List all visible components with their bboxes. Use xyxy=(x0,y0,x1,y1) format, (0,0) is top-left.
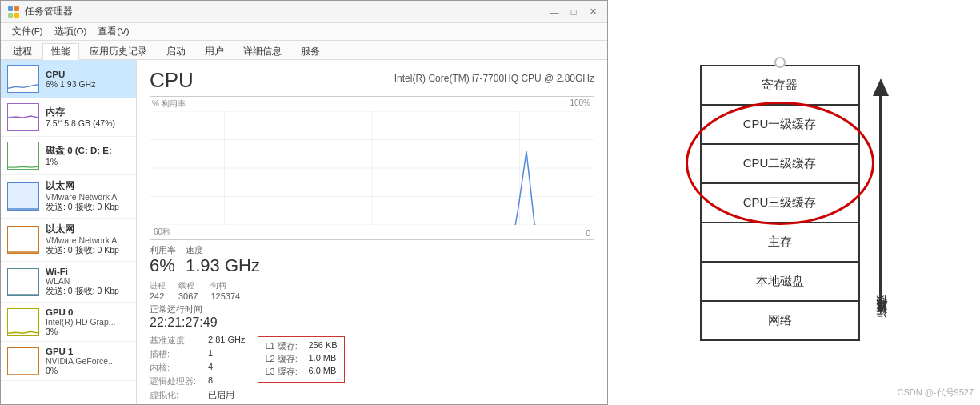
wifi-label: Wi-Fi xyxy=(46,267,130,276)
hierarchy-wrapper: 寄存器 CPU一级缓存 CPU二级缓存 CPU三级缓存 主存 本地磁盘 xyxy=(700,65,860,341)
virt-row: 虚拟化: 已启用 xyxy=(150,389,245,401)
hier-l2: CPU二级缓存 xyxy=(702,145,858,184)
proc-item: 进程 242 xyxy=(150,280,166,301)
panel-header: CPU Intel(R) Core(TM) i7-7700HQ CPU @ 2.… xyxy=(150,68,594,93)
disk-label: 磁盘 0 (C: D: E: xyxy=(46,145,130,157)
memory-stat: 7.5/15.8 GB (47%) xyxy=(46,118,130,128)
title-bar-left: 任务管理器 xyxy=(7,5,73,18)
memory-info: 内存 7.5/15.8 GB (47%) xyxy=(46,106,130,128)
speed-label: 运行速度越来越快 xyxy=(874,314,888,327)
disk-stat: 1% xyxy=(46,157,130,166)
chart-svg xyxy=(150,111,594,225)
svg-rect-0 xyxy=(8,6,13,11)
panel-chip: Intel(R) Core(TM) i7-7700HQ CPU @ 2.80GH… xyxy=(394,73,594,84)
stats-row: 利用率 6% 速度 1.93 GHz xyxy=(150,245,594,275)
right-panel: 寄存器 CPU一级缓存 CPU二级缓存 CPU三级缓存 主存 本地磁盘 xyxy=(608,0,980,405)
sidebar-item-memory[interactable]: 内存 7.5/15.8 GB (47%) xyxy=(1,98,136,137)
lp-val: 8 xyxy=(208,375,213,387)
hier-main-mem: 主存 xyxy=(702,223,858,263)
l1-row: L1 缓存: 256 KB xyxy=(265,340,337,352)
svg-rect-3 xyxy=(14,13,19,18)
arrow-head-up xyxy=(873,78,889,96)
memory-label: 内存 xyxy=(46,106,130,118)
menu-bar: 文件(F) 选项(O) 查看(V) xyxy=(1,23,607,41)
thread-item: 线程 3067 xyxy=(178,280,198,301)
svg-rect-2 xyxy=(8,13,13,18)
sidebar-item-disk[interactable]: 磁盘 0 (C: D: E: 1% xyxy=(1,137,136,175)
socket-key: 插槽: xyxy=(150,348,202,360)
sidebar-item-gpu0[interactable]: GPU 0 Intel(R) HD Grap... 3% xyxy=(1,303,136,342)
handle-value: 125374 xyxy=(210,291,240,301)
virt-val: 已启用 xyxy=(208,389,234,401)
close-button[interactable]: ✕ xyxy=(585,6,601,18)
menu-options[interactable]: 选项(O) xyxy=(50,25,92,38)
app-icon xyxy=(7,6,20,18)
thread-value: 3067 xyxy=(178,291,198,301)
svg-rect-1 xyxy=(14,6,19,11)
sidebar-item-gpu1[interactable]: GPU 1 NVIDIA GeForce... 0% xyxy=(1,342,136,381)
memory-thumb xyxy=(7,103,39,131)
proc-value: 242 xyxy=(150,291,166,301)
hierarchy-boxes: 寄存器 CPU一级缓存 CPU二级缓存 CPU三级缓存 主存 本地磁盘 xyxy=(700,65,860,341)
maximize-button[interactable]: □ xyxy=(566,6,582,18)
l2-val: 1.0 MB xyxy=(308,353,336,365)
tab-performance[interactable]: 性能 xyxy=(42,43,79,60)
thread-label: 线程 xyxy=(178,280,198,291)
runtime-value: 22:21:27:49 xyxy=(150,315,218,329)
cpu-label: CPU xyxy=(46,70,130,79)
core-val: 4 xyxy=(208,362,213,374)
runtime-row: 正常运行时间 22:21:27:49 xyxy=(150,304,594,330)
sidebar-item-eth1[interactable]: 以太网 VMware Network A 发送: 0 接收: 0 Kbp xyxy=(1,175,136,219)
info-col: 基准速度: 2.81 GHz 插槽: 1 内核: 4 逻辑处理器: xyxy=(150,335,245,403)
sidebar-item-eth2[interactable]: 以太网 VMware Network A 发送: 0 接收: 0 Kbp xyxy=(1,219,136,262)
hier-l3: CPU三级缓存 xyxy=(702,184,858,223)
l3-val: 6.0 MB xyxy=(308,366,336,378)
wifi-sub: WLAN xyxy=(46,276,130,286)
speed-block: 速度 1.93 GHz xyxy=(186,245,260,275)
disk-info: 磁盘 0 (C: D: E: 1% xyxy=(46,145,130,166)
speed-value: 1.93 GHz xyxy=(186,256,260,275)
window-title: 任务管理器 xyxy=(25,5,73,18)
tab-services[interactable]: 服务 xyxy=(292,43,329,59)
minimize-button[interactable]: — xyxy=(546,6,562,18)
core-key: 内核: xyxy=(150,362,202,374)
l3-row: L3 缓存: 6.0 MB xyxy=(265,366,337,378)
l2-row: L2 缓存: 1.0 MB xyxy=(265,353,337,365)
eth2-label: 以太网 xyxy=(46,223,130,235)
info-cache-row: 基准速度: 2.81 GHz 插槽: 1 内核: 4 逻辑处理器: xyxy=(150,335,594,403)
disk-thumb xyxy=(7,142,39,170)
tab-details[interactable]: 详细信息 xyxy=(234,43,290,59)
wifi-thumb xyxy=(7,268,39,296)
title-bar-controls: — □ ✕ xyxy=(546,6,601,18)
gpu1-info: GPU 1 NVIDIA GeForce... 0% xyxy=(46,347,130,375)
socket-row: 插槽: 1 xyxy=(150,348,245,360)
hier-l1: CPU一级缓存 xyxy=(702,106,858,145)
runtime-label: 正常运行时间 xyxy=(150,304,202,314)
menu-view[interactable]: 查看(V) xyxy=(93,25,134,38)
hierarchy-container: 寄存器 CPU一级缓存 CPU二级缓存 CPU三级缓存 主存 本地磁盘 xyxy=(700,65,889,341)
eth2-stat: 发送: 0 接收: 0 Kbp xyxy=(46,245,130,256)
gpu1-stat: 0% xyxy=(46,366,130,375)
hier-disk: 本地磁盘 xyxy=(702,263,858,302)
cache-box: L1 缓存: 256 KB L2 缓存: 1.0 MB L3 缓存: 6.0 M… xyxy=(258,336,344,383)
arrow-shaft xyxy=(879,96,882,311)
sidebar-item-cpu[interactable]: CPU 6% 1.93 GHz xyxy=(1,60,136,98)
chart-y-label: % 利用率 xyxy=(152,98,186,110)
sidebar-item-wifi[interactable]: Wi-Fi WLAN 发送: 0 接收: 0 Kbp xyxy=(1,262,136,303)
gpu1-label: GPU 1 xyxy=(46,347,130,356)
cpu-stat: 6% 1.93 GHz xyxy=(46,79,130,89)
util-value: 6% xyxy=(150,256,176,275)
top-connector xyxy=(774,57,786,68)
hier-registers: 寄存器 xyxy=(702,66,858,106)
title-bar: 任务管理器 — □ ✕ xyxy=(1,1,607,23)
tab-processes[interactable]: 进程 xyxy=(4,43,41,59)
tab-users[interactable]: 用户 xyxy=(196,43,233,59)
cpu-info: CPU 6% 1.93 GHz xyxy=(46,70,130,89)
menu-file[interactable]: 文件(F) xyxy=(7,25,48,38)
eth1-thumb xyxy=(7,182,39,211)
eth2-sub: VMware Network A xyxy=(46,235,130,245)
gpu1-thumb xyxy=(7,347,39,375)
tab-startup[interactable]: 启动 xyxy=(158,43,194,59)
tab-app-history[interactable]: 应用历史记录 xyxy=(81,43,156,59)
tab-bar: 进程 性能 应用历史记录 启动 用户 详细信息 服务 xyxy=(1,41,607,60)
